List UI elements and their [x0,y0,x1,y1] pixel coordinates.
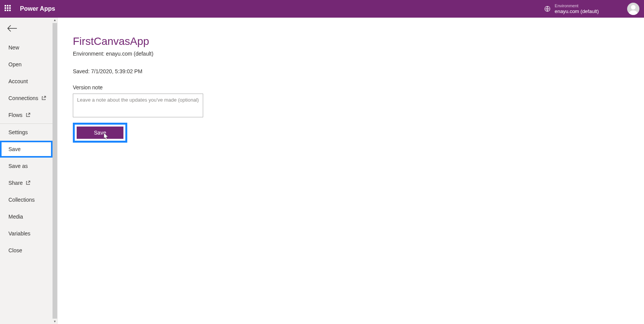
sidebar-item-label: Save [8,146,21,152]
environment-text: Environment enayu.com (default) [555,3,599,15]
main-panel: FirstCanvasApp Environment: enayu.com (d… [58,18,644,324]
sidebar-item-connections[interactable]: Connections [0,90,53,107]
save-button-label: Save [94,130,106,136]
sidebar-item-label: Save as [8,163,28,169]
sidebar-item-account[interactable]: Account [0,73,53,90]
sidebar: NewOpenAccountConnectionsFlowsSettingsSa… [0,18,58,324]
back-button[interactable] [0,18,57,39]
page-title: FirstCanvasApp [73,35,629,48]
back-arrow-icon [7,25,18,32]
sidebar-item-label: Account [8,78,28,84]
svg-point-1 [631,5,636,10]
save-button[interactable]: Save [77,127,123,139]
sidebar-item-settings[interactable]: Settings [0,124,53,141]
sidebar-item-label: Media [8,214,23,220]
sidebar-item-variables[interactable]: Variables [0,225,53,242]
sidebar-item-label: Open [8,61,21,67]
popout-icon [26,181,30,185]
waffle-icon[interactable] [5,5,12,13]
sidebar-item-label: Connections [8,95,38,101]
sidebar-item-label: Collections [8,197,34,203]
scrollbar-thumb[interactable] [53,23,57,319]
sidebar-item-label: Variables [8,230,30,237]
sidebar-item-label: New [8,44,19,51]
sidebar-item-close[interactable]: Close [0,242,53,259]
sidebar-item-media[interactable]: Media [0,208,53,225]
sidebar-item-new[interactable]: New [0,39,53,56]
environment-label: Environment [555,3,599,8]
sidebar-scrollbar[interactable]: ▲ ▼ [53,18,57,324]
sidebar-item-flows[interactable]: Flows [0,107,53,124]
sidebar-item-save-as[interactable]: Save as [0,158,53,174]
version-note-label: Version note [73,84,629,90]
saved-timestamp: Saved: 7/1/2020, 5:39:02 PM [73,68,629,74]
sidebar-item-collections[interactable]: Collections [0,191,53,208]
scroll-down-icon[interactable]: ▼ [53,320,56,323]
sidebar-item-label: Share [8,180,23,186]
sidebar-item-open[interactable]: Open [0,56,53,73]
user-avatar[interactable] [627,3,639,15]
popout-icon [41,96,46,100]
popout-icon [26,113,30,117]
content-area: NewOpenAccountConnectionsFlowsSettingsSa… [0,18,644,324]
version-note-input[interactable] [73,94,203,117]
environment-line: Environment: enayu.com (default) [73,51,629,57]
person-icon [627,3,639,15]
sidebar-item-label: Flows [8,112,23,118]
app-title: Power Apps [20,5,55,12]
scroll-up-icon[interactable]: ▲ [53,18,56,22]
environment-name: enayu.com (default) [555,8,599,15]
header-right: Environment enayu.com (default) [544,3,639,15]
sidebar-list: NewOpenAccountConnectionsFlowsSettingsSa… [0,39,57,259]
environment-selector[interactable]: Environment enayu.com (default) [544,3,599,15]
save-button-highlight: Save [73,123,127,143]
sidebar-item-label: Close [8,247,22,253]
app-header: Power Apps Environment enayu.com (defaul… [0,0,644,18]
globe-icon [544,5,551,12]
sidebar-item-share[interactable]: Share [0,174,53,191]
sidebar-item-label: Settings [8,129,28,135]
sidebar-item-save[interactable]: Save [0,141,53,158]
